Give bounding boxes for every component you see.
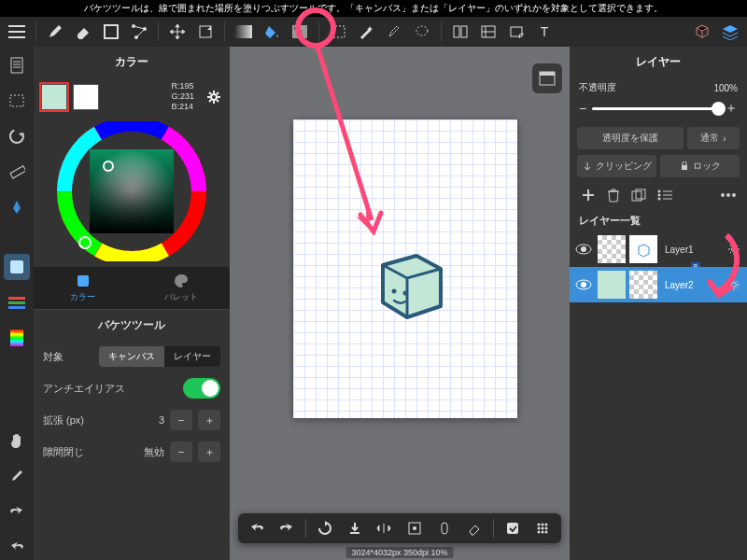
lock-button[interactable]: ロック	[660, 155, 740, 177]
rail-page-icon[interactable]	[4, 52, 30, 78]
protect-alpha-button[interactable]: 透明度を保護	[577, 127, 684, 149]
svg-point-10	[416, 26, 428, 35]
annotation-arrow	[314, 45, 388, 241]
svg-rect-17	[11, 58, 22, 73]
transform-tool-icon[interactable]	[192, 19, 218, 45]
color-wheel[interactable]	[34, 116, 230, 267]
wand-tool-icon[interactable]	[353, 19, 379, 45]
svg-rect-23	[8, 301, 25, 304]
frame-tool-icon[interactable]	[475, 19, 501, 45]
bottom-toolbar	[238, 513, 561, 543]
svg-rect-25	[10, 329, 23, 346]
opacity-slider[interactable]: − ＋	[570, 98, 747, 124]
add-layer-icon[interactable]	[581, 188, 596, 203]
dots-tool-icon[interactable]	[126, 19, 152, 45]
redo-button[interactable]	[274, 515, 300, 541]
grid-button[interactable]	[529, 515, 556, 541]
preview-button[interactable]	[402, 515, 428, 541]
svg-point-49	[545, 524, 548, 526]
layer-name: Layer1	[665, 245, 694, 255]
clipping-button[interactable]: クリッピング	[577, 155, 656, 177]
opacity-row: 不透明度 100%	[570, 77, 747, 98]
antialias-row: アンチエイリアス	[34, 372, 230, 404]
foreground-swatch[interactable]	[41, 84, 67, 110]
svg-point-19	[10, 130, 23, 143]
svg-point-54	[542, 531, 544, 534]
text-tool-icon[interactable]: T	[531, 19, 557, 45]
cube-drawing	[364, 239, 458, 332]
rail-reload-icon[interactable]	[4, 123, 30, 149]
shape-tool-icon[interactable]	[98, 19, 124, 45]
background-swatch[interactable]	[73, 84, 99, 110]
materials-icon[interactable]	[689, 19, 715, 45]
layer-list-title: レイヤー一覧	[570, 210, 747, 231]
export-button[interactable]	[342, 515, 368, 541]
gap-minus[interactable]: −	[170, 441, 192, 462]
expand-value: 3	[159, 414, 164, 426]
svg-rect-0	[105, 25, 118, 38]
rail-sliders-icon[interactable]	[4, 289, 30, 315]
rail-color-icon[interactable]	[4, 254, 30, 280]
rail-pen-icon[interactable]	[4, 194, 30, 220]
svg-point-61	[658, 198, 661, 201]
antialias-toggle[interactable]	[183, 378, 220, 399]
color-settings-icon[interactable]	[205, 89, 222, 105]
menu-icon[interactable]	[4, 19, 30, 45]
visibility-icon[interactable]	[575, 279, 594, 290]
tooltip-bar: バケツツールは、線で囲まれた場所を塗りつぶすツールです。「キャンバス」または「レ…	[0, 0, 747, 17]
visibility-icon[interactable]	[575, 244, 594, 255]
gradient-tool-icon[interactable]	[231, 19, 257, 45]
divide-tool-icon[interactable]	[447, 19, 473, 45]
select-pen-icon[interactable]	[381, 19, 407, 45]
layer-list-icon[interactable]	[657, 189, 672, 201]
rail-hand-icon[interactable]	[4, 427, 30, 454]
canvas-settings-icon[interactable]	[503, 19, 529, 45]
flip-h-button[interactable]	[372, 515, 398, 541]
rail-dropper-icon[interactable]	[4, 463, 30, 489]
target-segment[interactable]: キャンバス レイヤー	[99, 346, 220, 367]
tab-color[interactable]: カラー	[34, 267, 132, 309]
layer-more-icon[interactable]	[721, 193, 736, 197]
svg-point-41	[392, 289, 397, 294]
layers-panel-icon[interactable]	[717, 19, 743, 45]
layer-panel-title: レイヤー	[570, 47, 747, 77]
gap-value: 無効	[144, 445, 164, 459]
rgb-readout: R:195G:231B:214	[171, 81, 194, 112]
brush-tool-icon[interactable]	[42, 19, 68, 45]
move-tool-icon[interactable]	[164, 19, 190, 45]
duplicate-layer-icon[interactable]	[631, 189, 646, 202]
expand-minus[interactable]: −	[170, 410, 192, 430]
expand-plus[interactable]: ＋	[198, 410, 220, 430]
svg-point-52	[545, 527, 548, 530]
svg-point-62	[721, 193, 725, 197]
bucket-tool-icon[interactable]	[259, 19, 285, 45]
svg-rect-18	[10, 95, 23, 106]
svg-point-42	[403, 291, 408, 296]
tab-palette[interactable]: パレット	[132, 267, 230, 309]
left-rail	[0, 47, 34, 560]
blend-mode-button[interactable]: 通常 ›	[687, 127, 740, 149]
rail-spectrum-icon[interactable]	[4, 325, 30, 351]
fit-button[interactable]	[500, 515, 526, 541]
annotation-circle	[295, 7, 336, 49]
canvas-menu-button[interactable]	[532, 63, 562, 93]
rail-select-icon[interactable]	[4, 88, 30, 114]
eraser-button[interactable]	[461, 515, 487, 541]
rail-undo-icon[interactable]	[4, 534, 30, 560]
svg-rect-21	[10, 260, 23, 273]
lasso-tool-icon[interactable]	[409, 19, 435, 45]
svg-point-50	[538, 527, 541, 530]
layer-thumb	[629, 235, 657, 263]
rotate-button[interactable]	[312, 515, 338, 541]
rail-redo-icon[interactable]	[4, 498, 30, 525]
svg-rect-14	[511, 27, 522, 36]
eraser-tool-icon[interactable]	[70, 19, 96, 45]
delete-layer-icon[interactable]	[607, 188, 620, 203]
svg-point-55	[545, 531, 548, 534]
rail-ruler-icon[interactable]	[4, 159, 30, 185]
undo-button[interactable]	[244, 515, 270, 541]
gap-plus[interactable]: ＋	[198, 441, 220, 462]
layer-thumb-alpha	[598, 235, 626, 263]
svg-rect-40	[540, 72, 555, 76]
scroll-button[interactable]	[431, 515, 458, 541]
